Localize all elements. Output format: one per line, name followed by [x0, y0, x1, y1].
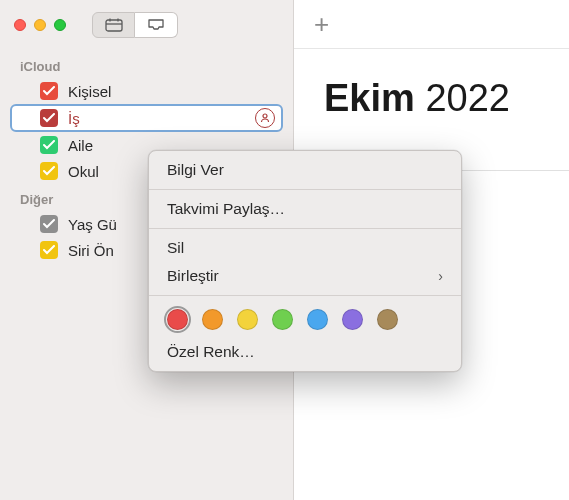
menu-label: Bilgi Ver — [167, 161, 224, 179]
calendars-toggle-button[interactable] — [92, 12, 135, 38]
month-year: 2022 — [415, 77, 510, 119]
sidebar-section-header: iCloud — [0, 49, 293, 78]
checkbox-icon[interactable] — [40, 241, 58, 259]
color-swatch-green[interactable] — [272, 309, 293, 330]
menu-label: Birleştir — [167, 267, 219, 285]
add-event-button[interactable]: + — [314, 9, 329, 40]
checkbox-icon[interactable] — [40, 215, 58, 233]
minimize-window-button[interactable] — [34, 19, 46, 31]
month-name: Ekim — [324, 77, 415, 119]
menu-separator — [149, 295, 461, 296]
svg-point-4 — [263, 114, 267, 118]
calendar-item-kisisel[interactable]: Kişisel — [0, 78, 293, 104]
shared-badge-icon — [255, 108, 275, 128]
color-swatch-red[interactable] — [167, 309, 188, 330]
inbox-icon — [147, 18, 165, 32]
fullscreen-window-button[interactable] — [54, 19, 66, 31]
menu-get-info[interactable]: Bilgi Ver — [149, 156, 461, 184]
close-window-button[interactable] — [14, 19, 26, 31]
color-swatch-row — [149, 301, 461, 338]
context-menu: Bilgi Ver Takvimi Paylaş… Sil Birleştir … — [148, 150, 462, 372]
menu-label: Takvimi Paylaş… — [167, 200, 285, 218]
month-title: Ekim 2022 — [294, 49, 569, 120]
checkbox-icon[interactable] — [40, 162, 58, 180]
checkbox-icon[interactable] — [40, 82, 58, 100]
color-swatch-purple[interactable] — [342, 309, 363, 330]
svg-rect-0 — [106, 20, 122, 31]
toolbar-view-group — [92, 12, 178, 38]
menu-share-calendar[interactable]: Takvimi Paylaş… — [149, 195, 461, 223]
menu-separator — [149, 189, 461, 190]
titlebar — [0, 0, 293, 49]
menu-custom-color[interactable]: Özel Renk… — [149, 338, 461, 366]
checkbox-icon[interactable] — [40, 109, 58, 127]
main-toolbar: + — [294, 0, 569, 49]
inbox-button[interactable] — [135, 12, 178, 38]
color-swatch-orange[interactable] — [202, 309, 223, 330]
chevron-right-icon: › — [438, 268, 443, 284]
menu-label: Özel Renk… — [167, 343, 255, 361]
calendar-item-is[interactable]: İş — [10, 104, 283, 132]
calendar-icon — [105, 18, 123, 32]
window-controls — [14, 19, 66, 31]
checkbox-icon[interactable] — [40, 136, 58, 154]
color-swatch-blue[interactable] — [307, 309, 328, 330]
menu-separator — [149, 228, 461, 229]
menu-delete[interactable]: Sil — [149, 234, 461, 262]
calendar-label: İş — [68, 110, 245, 127]
menu-merge[interactable]: Birleştir › — [149, 262, 461, 290]
color-swatch-yellow[interactable] — [237, 309, 258, 330]
menu-label: Sil — [167, 239, 184, 257]
color-swatch-brown[interactable] — [377, 309, 398, 330]
calendar-label: Kişisel — [68, 83, 275, 100]
